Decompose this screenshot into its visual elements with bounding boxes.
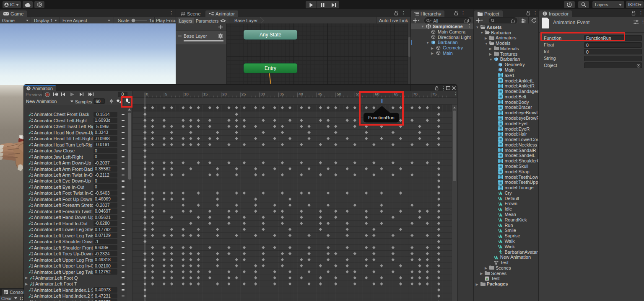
svg-text:20: 20 xyxy=(222,92,226,96)
svg-text:⋮: ⋮ xyxy=(453,92,457,97)
svg-text:#: # xyxy=(486,277,488,280)
svg-text:10: 10 xyxy=(184,92,188,96)
svg-text:15: 15 xyxy=(203,92,208,96)
svg-text:25: 25 xyxy=(242,92,246,96)
svg-text:35: 35 xyxy=(280,92,284,96)
svg-text:70: 70 xyxy=(413,92,417,96)
svg-text:40: 40 xyxy=(299,92,303,96)
svg-text:Any State: Any State xyxy=(260,32,281,38)
svg-text:5: 5 xyxy=(165,92,167,96)
svg-text:50: 50 xyxy=(337,92,341,96)
svg-text:75: 75 xyxy=(432,92,436,96)
svg-text:Entry: Entry xyxy=(265,65,276,71)
svg-text:30: 30 xyxy=(260,92,265,96)
svg-text:0: 0 xyxy=(146,92,148,96)
svg-text:45: 45 xyxy=(318,92,322,96)
